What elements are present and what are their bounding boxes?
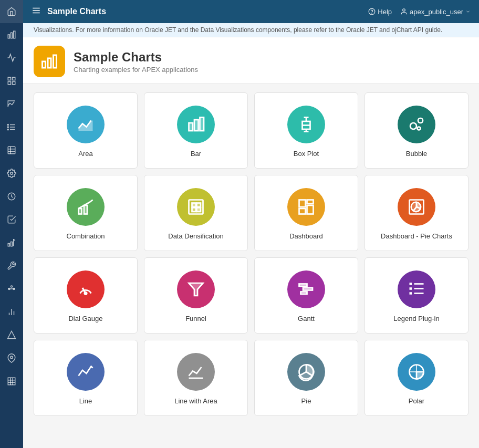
chart-label-bubble: Bubble [406,150,427,158]
chart-card-legend-plugin[interactable]: Legend Plug-in [365,257,468,334]
chart-card-box-plot[interactable]: Box Plot [254,92,358,169]
sidebar-table-icon[interactable] [0,139,23,162]
sidebar-area-icon[interactable] [0,92,23,116]
page-title: Sample Charts [74,50,198,65]
svg-point-66 [85,292,87,295]
svg-point-23 [11,286,13,287]
chart-card-gantt[interactable]: Gantt [254,257,358,334]
chart-icon-line-area [177,353,215,391]
sidebar-analytics-icon[interactable] [0,300,23,324]
sidebar-chartgrid-icon[interactable] [0,370,23,393]
svg-rect-68 [299,284,307,287]
svg-rect-58 [192,208,196,212]
chart-label-dashboard: Dashboard [289,232,323,240]
page-header: Sample Charts Charting examples for APEX… [23,37,479,84]
svg-point-36 [372,13,372,14]
sidebar-settings-icon[interactable] [0,162,23,185]
chart-card-dashboard-pie[interactable]: Dashboard - Pie Charts [365,175,468,251]
chart-label-line: Line [79,397,92,405]
sidebar-list-icon[interactable] [0,116,23,139]
svg-point-11 [7,127,8,128]
chart-card-funnel[interactable]: Funnel [144,257,248,334]
svg-rect-69 [303,288,313,290]
svg-rect-2 [14,31,15,38]
chart-card-dashboard[interactable]: Dashboard [254,175,358,251]
chart-icon-funnel [177,270,215,308]
chart-label-pie: Pie [301,397,311,405]
chart-card-line-area[interactable]: Line with Area [144,340,248,416]
chart-icon-data-densification [177,188,215,226]
svg-rect-57 [197,203,201,207]
chart-label-dial-gauge: Dial Gauge [68,315,102,322]
svg-rect-60 [299,200,306,207]
page-title-block: Sample Charts Charting examples for APEX… [74,50,198,74]
sidebar-chartmixed-icon[interactable] [0,231,23,254]
chart-icon-dial-gauge [67,270,105,308]
charts-container: AreaBarBox PlotBubbleCombinationData Den… [23,84,479,424]
chart-card-dial-gauge[interactable]: Dial Gauge [34,257,138,334]
chart-icon-pie [287,353,325,391]
chart-card-bubble[interactable]: Bubble [365,92,468,169]
svg-rect-62 [307,205,314,214]
svg-rect-5 [13,82,15,85]
sidebar-pin-icon[interactable] [0,347,23,370]
chart-label-line-area: Line with Area [174,397,217,405]
chart-icon-gantt [287,270,325,308]
page-subtitle: Charting examples for APEX applications [74,66,198,74]
sidebar-home-icon[interactable] [0,0,23,23]
menu-button[interactable] [32,6,41,17]
chart-label-data-densification: Data Densification [168,232,224,240]
chart-icon-bubble [398,106,435,143]
chart-card-area[interactable]: Area [34,92,138,169]
user-link[interactable]: apex_public_user [400,8,471,16]
chart-icon-dashboard [287,188,325,226]
sidebar-clock-icon[interactable] [0,185,23,208]
chart-label-gantt: Gantt [298,315,315,322]
chart-card-polar[interactable]: Polar [365,340,468,416]
content-area: Visualizations. For more information on … [23,23,479,448]
svg-rect-38 [43,61,46,68]
chart-label-bar: Bar [191,150,201,158]
svg-marker-67 [189,283,203,296]
chart-icon-dashboard-pie [398,188,435,226]
sidebar-timeline-icon[interactable] [0,277,23,300]
svg-rect-0 [8,35,9,38]
chart-icon-box-plot [287,106,325,143]
chart-card-bar[interactable]: Bar [144,92,248,169]
sidebar-chartline-icon[interactable] [0,46,23,69]
page-icon [34,46,65,77]
sidebar-dashboard-icon[interactable] [0,69,23,92]
charts-grid: AreaBarBox PlotBubbleCombinationData Den… [34,92,468,416]
svg-point-26 [11,356,13,359]
svg-rect-42 [194,120,199,131]
chart-card-data-densification[interactable]: Data Densification [144,175,248,251]
sidebar-triangle-icon[interactable] [0,324,23,347]
chart-card-combination[interactable]: Combination [34,175,138,251]
svg-rect-40 [54,55,57,68]
svg-rect-1 [11,33,13,38]
sidebar-wrench-icon[interactable] [0,254,23,277]
svg-rect-61 [307,200,314,204]
chart-card-line[interactable]: Line [34,340,138,416]
svg-marker-25 [8,331,16,339]
chart-icon-line [67,353,105,391]
chart-label-combination: Combination [67,232,105,240]
chart-label-legend-plugin: Legend Plug-in [393,315,439,322]
svg-rect-39 [48,58,51,68]
chart-icon-bar [177,106,215,143]
topnav-actions: Help apex_public_user [368,8,471,16]
sidebar-chartbar-icon[interactable] [0,23,23,46]
chart-icon-legend-plugin [398,270,435,308]
chart-card-pie[interactable]: Pie [254,340,358,416]
sidebar [0,0,23,448]
chart-icon-area [67,106,105,143]
svg-point-12 [7,129,8,130]
svg-rect-70 [301,292,307,295]
chart-label-funnel: Funnel [185,315,206,322]
chart-label-box-plot: Box Plot [294,150,319,158]
help-link[interactable]: Help [368,8,392,16]
svg-point-51 [418,118,423,123]
svg-rect-20 [11,242,13,246]
app-title: Sample Charts [47,7,368,16]
sidebar-listcheck-icon[interactable] [0,208,23,231]
